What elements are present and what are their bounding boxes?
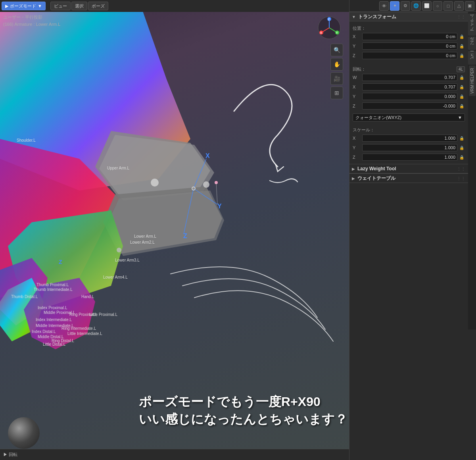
lazy-weight-tool-section-header[interactable]: ▶ Lazy Weight Tool ⋮⋮ bbox=[349, 164, 468, 173]
bone-label-hand: Hand.L bbox=[81, 294, 94, 299]
rotation-mode-dropdown[interactable]: クォータニオン(WXYZ) ▼ bbox=[353, 114, 465, 121]
transform-title: トランスフォーム bbox=[358, 13, 457, 20]
square1-icon[interactable]: ⬜ bbox=[422, 1, 432, 11]
scale-x-label: X bbox=[353, 136, 362, 141]
grid-button[interactable]: ⊞ bbox=[330, 87, 343, 99]
rot-x-field[interactable]: 0.707 bbox=[362, 83, 457, 90]
bone-label-index-proximal: Index Proximal.L bbox=[38, 306, 67, 310]
rotation-label-row: 回転： 4L bbox=[353, 66, 465, 72]
pos-z-lock[interactable]: 🔒 bbox=[459, 52, 465, 59]
rotation-badge: 4L bbox=[457, 66, 465, 72]
bone-label-lower-arm3: Lower Arm3.L bbox=[115, 258, 140, 262]
lazy-weight-title: Lazy Weight Tool bbox=[357, 166, 457, 171]
rot-y-field[interactable]: 0.000 bbox=[362, 93, 457, 100]
weight-table-arrow: ▶ bbox=[352, 176, 355, 181]
pos-y-lock[interactable]: 🔒 bbox=[459, 43, 465, 49]
bone-label-thumb-intermediate: Thumb Intermediate.L bbox=[34, 287, 73, 292]
pose-mode-button[interactable]: ▶ ポーズモード ▼ bbox=[2, 2, 46, 10]
scale-z-field[interactable]: 1.000 bbox=[362, 154, 457, 161]
bone-label-lower-arm1: Lower Arm.L bbox=[134, 234, 156, 239]
weight-table-section-header[interactable]: ▶ ウェイトテーブル ⋮⋮ bbox=[349, 173, 468, 183]
right-panel: 👁 ✦ ⚙ 🌐 ⬜ ○ □ △ ▣ ▼ トランスフォーム ⋮⋮ 位置： X 0 … bbox=[349, 0, 476, 460]
pan-button[interactable]: ✋ bbox=[330, 58, 343, 71]
tab-vrm-helper[interactable]: VRM HELPER bbox=[469, 65, 476, 96]
tab-item[interactable]: アイテム bbox=[468, 13, 476, 36]
scale-x-lock[interactable]: 🔒 bbox=[459, 135, 465, 141]
transform-dots: ⋮⋮ bbox=[457, 15, 466, 19]
scale-x-row: X 1.000 🔒 bbox=[353, 134, 465, 142]
rot-z-label: Z bbox=[353, 104, 362, 108]
rot-w-field[interactable]: 0.707 bbox=[362, 74, 457, 81]
transform-section-header[interactable]: ▼ トランスフォーム ⋮⋮ bbox=[349, 12, 468, 21]
svg-point-21 bbox=[192, 187, 195, 190]
projection-label: ユーザー・平行投影 bbox=[3, 14, 60, 21]
pos-y-label: Y bbox=[353, 44, 362, 48]
bone-label-little-proximal: Little Proximal.L bbox=[89, 312, 117, 317]
overlay-line1: ポーズモードでもう一度R+X90 bbox=[139, 393, 347, 411]
rot-w-lock[interactable]: 🔒 bbox=[459, 74, 465, 81]
sphere-object bbox=[8, 417, 40, 449]
camera-button[interactable]: 🎥 bbox=[330, 72, 343, 85]
pos-y-field[interactable]: 0 cm bbox=[362, 42, 457, 50]
settings-icon[interactable]: ⚙ bbox=[401, 1, 410, 11]
scale-y-lock[interactable]: 🔒 bbox=[459, 144, 465, 151]
rot-z-field[interactable]: -0.000 bbox=[362, 102, 457, 110]
svg-text:Z: Z bbox=[328, 18, 330, 21]
bone-label-upper-arm: Upper Arm.L bbox=[107, 166, 129, 170]
svg-point-12 bbox=[117, 248, 121, 252]
rotation-z-row: Z -0.000 🔒 bbox=[353, 102, 465, 110]
zoom-button[interactable]: 🔍 bbox=[330, 44, 343, 56]
svg-line-23 bbox=[216, 183, 217, 204]
select-menu-button[interactable]: 選択 bbox=[71, 2, 87, 10]
rot-y-lock[interactable]: 🔒 bbox=[459, 93, 465, 100]
rotation-label: ▶ 回転 bbox=[3, 452, 17, 458]
scale-group: スケール： X 1.000 🔒 Y 1.000 🔒 Z 1.000 🔒 bbox=[349, 123, 468, 164]
nav-buttons: 🔍 ✋ 🎥 ⊞ bbox=[330, 44, 343, 99]
view-menu-button[interactable]: ビュー bbox=[50, 2, 71, 10]
eye-icon[interactable]: 👁 bbox=[379, 1, 389, 11]
scale-label-row: スケール： bbox=[353, 127, 465, 133]
scale-x-field[interactable]: 1.000 bbox=[362, 135, 457, 142]
bone-label-lower-arm4: Lower Arm4.L bbox=[103, 275, 128, 279]
svg-text:Y: Y bbox=[217, 203, 222, 210]
svg-point-10 bbox=[151, 179, 159, 187]
triangle-icon[interactable]: △ bbox=[454, 1, 464, 11]
bone-label-thumb-proximal: Thumb Proximal.L bbox=[36, 283, 69, 287]
bone-label-lower-arm2: Lower Arm2.L bbox=[130, 240, 155, 244]
tab-view[interactable]: ビュー bbox=[468, 51, 476, 65]
rot-z-lock[interactable]: 🔒 bbox=[459, 103, 465, 109]
scale-y-field[interactable]: 1.000 bbox=[362, 144, 457, 151]
pos-x-lock[interactable]: 🔒 bbox=[459, 33, 465, 40]
svg-text:Y: Y bbox=[336, 31, 338, 34]
bottom-bar: ▶ 回転 bbox=[0, 449, 349, 460]
weight-table-title: ウェイトテーブル bbox=[357, 175, 457, 182]
svg-text:X: X bbox=[205, 152, 210, 159]
pos-z-field[interactable]: 0 cm bbox=[362, 52, 457, 59]
mesh-icon[interactable]: 🌐 bbox=[411, 1, 421, 11]
pose-menu-button[interactable]: ポーズ bbox=[88, 2, 108, 10]
lazy-weight-arrow: ▶ bbox=[352, 167, 355, 171]
rot-x-label: X bbox=[353, 85, 362, 89]
axis-widget[interactable]: Z Y X bbox=[317, 16, 341, 40]
transform-arrow: ▼ bbox=[352, 15, 356, 19]
circle-icon[interactable]: ○ bbox=[433, 1, 442, 11]
square3-icon[interactable]: ▣ bbox=[465, 1, 474, 11]
square2-icon[interactable]: □ bbox=[443, 1, 453, 11]
rot-w-label: W bbox=[353, 75, 362, 80]
scale-z-lock[interactable]: 🔒 bbox=[459, 154, 465, 160]
rotation-w-row: W 0.707 🔒 bbox=[353, 73, 465, 82]
rot-y-label: Y bbox=[353, 94, 362, 99]
cursor-icon[interactable]: ✦ bbox=[390, 1, 399, 11]
position-group: 位置： X 0 cm 🔒 Y 0 cm 🔒 Z 0 cm 🔒 bbox=[349, 21, 468, 62]
rot-x-lock[interactable]: 🔒 bbox=[459, 84, 465, 90]
overlay-text: ポーズモードでもう一度R+X90 いい感じになったんとちゃいます？ bbox=[139, 393, 347, 428]
overlay-line2: いい感じになったんとちゃいます？ bbox=[139, 411, 347, 428]
scale-z-row: Z 1.000 🔒 bbox=[353, 153, 465, 162]
svg-text:Z: Z bbox=[59, 259, 62, 265]
bone-label-ring-intermediate: Ring Intermediate.L bbox=[61, 326, 96, 331]
pos-x-field[interactable]: 0 cm bbox=[362, 33, 457, 40]
weight-table-dots: ⋮⋮ bbox=[457, 176, 466, 181]
rotation-group: 回転： 4L W 0.707 🔒 X 0.707 🔒 Y 0.000 🔒 Z -… bbox=[349, 62, 468, 113]
tab-tool[interactable]: ツール bbox=[468, 37, 476, 50]
viewport[interactable]: Z X Y Z ▶ ポーズモード ▼ ビュー 選択 ポーズ ユーザー・平行投影 … bbox=[0, 0, 349, 460]
